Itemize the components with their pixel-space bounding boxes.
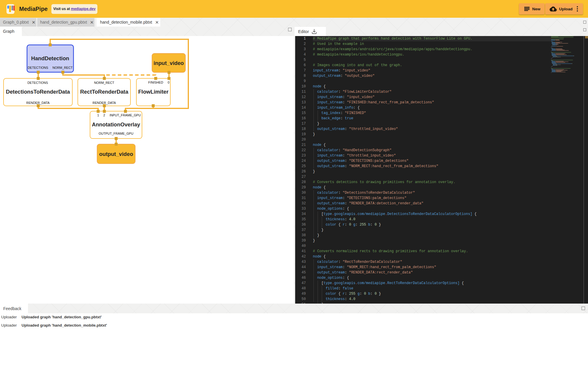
svg-text:FINISHED: FINISHED [148, 81, 163, 84]
svg-text:RectToRenderData: RectToRenderData [80, 89, 128, 95]
svg-text:DetectionsToRenderData: DetectionsToRenderData [6, 89, 70, 95]
svg-text:1: 1 [97, 113, 99, 117]
svg-text:2: 2 [103, 113, 105, 117]
svg-text:0: 0 [168, 81, 169, 84]
svg-text:FlowLimiter: FlowLimiter [138, 89, 169, 95]
svg-text:output_video: output_video [99, 151, 133, 157]
svg-text:AnnotationOverlay: AnnotationOverlay [92, 121, 140, 128]
svg-text:NORM_RECT: NORM_RECT [94, 81, 115, 84]
svg-text:INPUT_FRAME_GPU: INPUT_FRAME_GPU [110, 113, 141, 117]
svg-text:input_video: input_video [153, 60, 184, 66]
svg-text:DETECTIONS: DETECTIONS [28, 66, 48, 69]
svg-text:NORM_RECT: NORM_RECT [53, 66, 73, 69]
svg-text:DETECTIONS: DETECTIONS [27, 81, 48, 84]
svg-text:OUTPUT_FRAME_GPU: OUTPUT_FRAME_GPU [99, 132, 133, 135]
svg-text:HandDetection: HandDetection [31, 55, 69, 61]
svg-text:RENDER_DATA: RENDER_DATA [26, 101, 50, 105]
svg-text:RENDER_DATA: RENDER_DATA [93, 101, 116, 105]
